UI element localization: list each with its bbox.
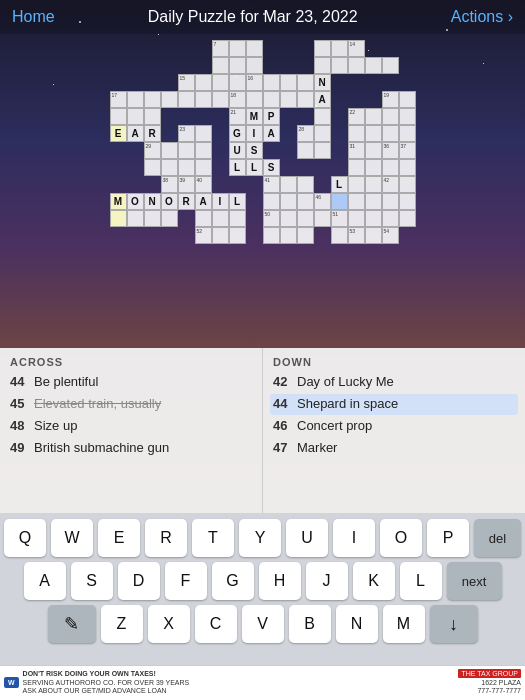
grid-cell[interactable]: 16 (246, 74, 263, 91)
grid-cell[interactable] (195, 125, 212, 142)
key-r[interactable]: R (145, 519, 187, 557)
grid-cell[interactable] (297, 91, 314, 108)
actions-button[interactable]: Actions › (451, 8, 513, 26)
key-q[interactable]: Q (4, 519, 46, 557)
grid-cell[interactable] (127, 91, 144, 108)
grid-cell[interactable]: 36 (382, 142, 399, 159)
grid-cell[interactable]: G (229, 125, 246, 142)
grid-cell[interactable] (382, 125, 399, 142)
grid-cell[interactable] (229, 74, 246, 91)
grid-cell[interactable]: 41 (263, 176, 280, 193)
grid-cell[interactable] (365, 176, 382, 193)
key-c[interactable]: C (195, 605, 237, 643)
grid-cell[interactable] (365, 159, 382, 176)
grid-cell[interactable]: 52 (195, 227, 212, 244)
grid-cell[interactable] (314, 125, 331, 142)
key-t[interactable]: T (192, 519, 234, 557)
grid-cell[interactable]: R (144, 125, 161, 142)
grid-cell[interactable] (331, 227, 348, 244)
key-p[interactable]: P (427, 519, 469, 557)
key-v[interactable]: V (242, 605, 284, 643)
grid-cell[interactable] (399, 176, 416, 193)
grid-cell[interactable] (263, 227, 280, 244)
home-button[interactable]: Home (12, 8, 55, 26)
grid-cell[interactable]: 50 (263, 210, 280, 227)
grid-cell[interactable] (280, 227, 297, 244)
grid-cell[interactable]: 40 (195, 176, 212, 193)
across-clue-item[interactable]: 48Size up (10, 418, 252, 435)
grid-cell[interactable] (110, 210, 127, 227)
grid-cell[interactable]: L (246, 159, 263, 176)
grid-cell[interactable] (365, 57, 382, 74)
grid-cell[interactable] (144, 108, 161, 125)
grid-cell[interactable]: 51 (331, 210, 348, 227)
grid-cell[interactable]: R (178, 193, 195, 210)
grid-cell[interactable]: I (246, 125, 263, 142)
grid-cell[interactable] (331, 40, 348, 57)
key-f[interactable]: F (165, 562, 207, 600)
key-u[interactable]: U (286, 519, 328, 557)
down-clue-item[interactable]: 44Shepard in space (270, 394, 518, 415)
key-l[interactable]: L (400, 562, 442, 600)
grid-cell[interactable]: 15 (178, 74, 195, 91)
grid-cell[interactable] (297, 227, 314, 244)
grid-cell[interactable] (212, 91, 229, 108)
grid-cell[interactable] (399, 125, 416, 142)
grid-cell[interactable]: 54 (382, 227, 399, 244)
grid-cell[interactable] (382, 108, 399, 125)
key-x[interactable]: X (148, 605, 190, 643)
grid-cell[interactable] (161, 91, 178, 108)
grid-cell[interactable] (280, 74, 297, 91)
grid-cell[interactable]: A (195, 193, 212, 210)
grid-cell[interactable] (348, 176, 365, 193)
key-a[interactable]: A (24, 562, 66, 600)
grid-cell[interactable] (229, 40, 246, 57)
key-n[interactable]: N (336, 605, 378, 643)
grid-cell[interactable] (178, 159, 195, 176)
grid-cell[interactable]: 17 (110, 91, 127, 108)
key-e[interactable]: E (98, 519, 140, 557)
grid-cell[interactable] (195, 74, 212, 91)
grid-cell[interactable] (229, 57, 246, 74)
grid-cell[interactable] (365, 193, 382, 210)
grid-cell[interactable] (348, 193, 365, 210)
grid-cell[interactable] (178, 142, 195, 159)
grid-cell[interactable] (399, 210, 416, 227)
grid-cell[interactable] (280, 176, 297, 193)
across-clue-item[interactable]: 45Elevated train, usually (10, 396, 252, 413)
grid-cell[interactable] (263, 74, 280, 91)
banner-ad[interactable]: W DON'T RISK DOING YOUR OWN TAXES! SERVI… (0, 665, 525, 700)
grid-cell[interactable]: 23 (178, 125, 195, 142)
key-m[interactable]: M (383, 605, 425, 643)
grid-cell[interactable]: A (263, 125, 280, 142)
grid-cell[interactable] (297, 210, 314, 227)
grid-cell[interactable] (382, 193, 399, 210)
grid-cell[interactable] (365, 108, 382, 125)
grid-cell[interactable] (348, 159, 365, 176)
grid-cell[interactable] (280, 91, 297, 108)
grid-cell[interactable]: I (212, 193, 229, 210)
grid-cell[interactable]: 38 (161, 176, 178, 193)
grid-cell[interactable]: 21 (229, 108, 246, 125)
grid-cell[interactable] (195, 142, 212, 159)
grid-cell[interactable]: A (127, 125, 144, 142)
grid-cell[interactable] (127, 108, 144, 125)
grid-cell[interactable]: M (246, 108, 263, 125)
grid-cell[interactable] (280, 193, 297, 210)
grid-cell[interactable] (297, 193, 314, 210)
grid-cell[interactable] (195, 159, 212, 176)
key-j[interactable]: J (306, 562, 348, 600)
grid-cell[interactable] (314, 108, 331, 125)
grid-cell[interactable] (365, 210, 382, 227)
grid-cell[interactable]: L (229, 193, 246, 210)
grid-cell[interactable] (382, 57, 399, 74)
key-o[interactable]: O (380, 519, 422, 557)
grid-cell[interactable] (314, 57, 331, 74)
key-s[interactable]: S (71, 562, 113, 600)
grid-cell[interactable] (382, 159, 399, 176)
key-w[interactable]: W (51, 519, 93, 557)
grid-cell[interactable]: P (263, 108, 280, 125)
grid-cell[interactable] (348, 125, 365, 142)
key-down-arrow[interactable]: ↓ (430, 605, 478, 643)
key-next[interactable]: next (447, 562, 502, 600)
